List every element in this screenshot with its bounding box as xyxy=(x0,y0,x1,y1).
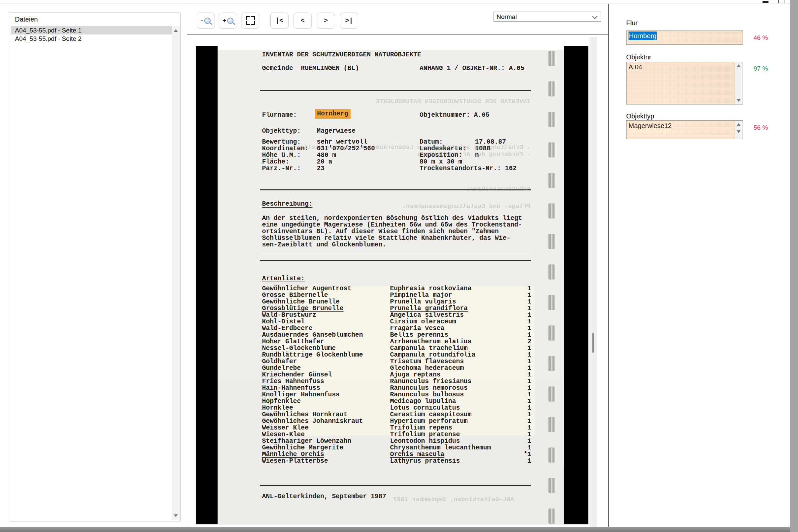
doc-divider-faint xyxy=(260,254,531,254)
objekttyp-scrollbar[interactable] xyxy=(735,121,743,139)
scroll-down-icon[interactable] xyxy=(737,130,741,133)
species-n: 1 xyxy=(527,285,531,292)
fit-page-button[interactable] xyxy=(241,13,259,28)
species-la: Orchis mascula xyxy=(390,451,444,458)
species-row: Weisser KleeTrifolium repens1 xyxy=(262,424,531,431)
window-top-border xyxy=(0,4,790,4)
highlighted-value: Hornberg xyxy=(315,109,350,119)
species-n: 1 xyxy=(527,372,531,378)
document-scrollbar-thumb[interactable] xyxy=(592,332,594,353)
doc-artenliste-label: Artenliste: xyxy=(262,275,305,282)
objektnr-textarea[interactable]: A.04 xyxy=(626,62,743,104)
species-la: Bellis perennis xyxy=(390,332,449,338)
species-row: Ausdauerndes GänseblümchenBellis perenni… xyxy=(262,332,531,338)
last-page-icon: >| xyxy=(345,17,353,24)
first-page-icon: |< xyxy=(275,17,283,24)
species-la: Fragaria vesca xyxy=(390,325,444,332)
species-n: 1 xyxy=(527,424,531,431)
binder-hole-icon xyxy=(548,356,555,371)
species-de: Wiesen-Klee xyxy=(262,431,305,438)
species-de: Hain-Hahnenfuss xyxy=(262,385,320,392)
doc-gemeinde: Gemeinde RUEMLINGEN (BL) xyxy=(262,65,359,72)
scan-black-bar-right xyxy=(564,46,588,525)
species-n: 1 xyxy=(527,418,531,424)
scroll-down-icon[interactable] xyxy=(737,99,741,102)
doc-anhang: ANHANG 1 / OBJKET-NR.: A.05 xyxy=(420,65,525,72)
species-n: 1 xyxy=(527,431,531,438)
objekttyp-label: Objekttyp xyxy=(626,112,654,120)
scroll-down-icon[interactable] xyxy=(174,514,178,517)
binder-hole-icon xyxy=(548,234,555,249)
document-scrollbar[interactable] xyxy=(589,37,597,527)
magnifier-icon xyxy=(227,18,233,24)
objekttyp-textarea[interactable]: Magerwiese12 xyxy=(626,120,743,139)
zoom-out-button[interactable]: - xyxy=(197,13,215,28)
species-n: 1 xyxy=(527,444,531,451)
first-page-button[interactable]: |< xyxy=(270,13,288,28)
species-la: Campanula trachelium xyxy=(390,345,468,352)
doc-paragraph-line: An der steilen, nordexponierten Böschung… xyxy=(262,215,522,222)
doc-flurname-highlight: Hornberg xyxy=(315,111,350,117)
species-de: Kohl-Distel xyxy=(262,318,305,325)
species-de: Knolliger Hahnenfuss xyxy=(262,392,340,398)
flur-value: Hornberg xyxy=(628,32,657,40)
binder-hole-icon xyxy=(548,509,555,524)
doc-info-label: Parz.-Nr.: xyxy=(262,165,301,172)
species-row: Nessel-GlockenblumeCampanula trachelium1 xyxy=(262,345,531,352)
file-list-item-page1[interactable]: A04_53-55.pdf - Seite 1 xyxy=(11,26,173,35)
toolbar-separator xyxy=(187,34,608,35)
species-de: Männliche Orchis xyxy=(262,451,324,458)
view-mode-dropdown[interactable]: Normal xyxy=(494,12,601,22)
flur-input[interactable]: Hornberg xyxy=(626,31,743,45)
species-row: Wiesen-KleeTrifolium pratense1 xyxy=(262,431,531,438)
doc-paragraph-line: Schlüsselblumen relativ viele Stattliche… xyxy=(262,235,510,242)
species-row: Gewöhnlicher AugentrostEuphrasia rostkov… xyxy=(262,285,531,292)
objektnr-scrollbar[interactable] xyxy=(735,62,743,104)
species-row: Fries HahnenfussRanunculus friesianus1 xyxy=(262,378,531,385)
flur-label: Flur xyxy=(626,19,638,27)
species-de: Grossblütige Brunelle xyxy=(262,305,344,312)
zoom-in-button[interactable]: + xyxy=(219,13,237,28)
window-minimize-icon[interactable] xyxy=(762,1,768,3)
species-la: Cirsium oleraceum xyxy=(390,318,456,325)
species-de: Gewöhnliche Margerite xyxy=(262,444,344,451)
scroll-up-icon[interactable] xyxy=(737,123,741,126)
species-la: Glechoma hederaceum xyxy=(390,365,464,372)
species-n: 1 xyxy=(527,411,531,418)
species-la: Lotus corniculatus xyxy=(390,405,460,411)
next-page-button[interactable]: > xyxy=(317,13,335,28)
flur-confidence: 46 % xyxy=(754,34,768,41)
previous-page-button[interactable]: < xyxy=(293,13,312,28)
window-vertical-scrollbar[interactable] xyxy=(790,0,798,532)
species-de: Gewöhnliches Johanniskraut xyxy=(262,418,363,424)
doc-paragraph-line: ortsinventars BL). Auf dieser Wiese find… xyxy=(262,228,499,235)
window-horizontal-scrollbar[interactable] xyxy=(0,527,790,532)
species-row: Gewöhnliches JohanniskrautHypericum perf… xyxy=(262,418,531,424)
scroll-up-icon[interactable] xyxy=(737,64,741,67)
species-n: *1 xyxy=(524,451,531,458)
species-de: Wiesen-Platterbse xyxy=(262,458,328,464)
species-la: Lathyrus pratensis xyxy=(390,458,460,464)
file-list-scrollbar[interactable] xyxy=(172,26,180,520)
doc-info-value: 23 xyxy=(317,165,324,172)
species-n: 1 xyxy=(527,358,531,365)
objekttyp-value: Magerwiese12 xyxy=(628,122,672,130)
binder-hole-icon xyxy=(548,325,555,341)
file-list-item-page2[interactable]: A04_53-55.pdf - Seite 2 xyxy=(11,35,173,43)
species-n: 1 xyxy=(527,332,531,338)
species-table: Gewöhnlicher AugentrostEuphrasia rostkov… xyxy=(262,285,531,471)
species-de: Wald-Erdbeere xyxy=(262,325,312,332)
species-row: Grosse BibernellePimpinella major1 xyxy=(262,292,531,299)
doc-paragraph-line: sen-Zweiblatt und Glockenblumen. xyxy=(262,242,386,248)
window-maximize-icon[interactable] xyxy=(778,0,784,3)
species-de: Weisser Klee xyxy=(262,424,308,431)
species-la: Ranunculus bulbosus xyxy=(390,392,464,398)
doc-divider xyxy=(260,90,531,91)
scroll-up-icon[interactable] xyxy=(174,29,178,32)
species-n: 1 xyxy=(527,352,531,358)
binder-hole-icon xyxy=(548,448,555,463)
last-page-button[interactable]: >| xyxy=(340,13,358,28)
species-de: Nessel-Glockenblume xyxy=(262,345,336,352)
species-n: 1 xyxy=(527,365,531,372)
species-n: 1 xyxy=(527,405,531,411)
